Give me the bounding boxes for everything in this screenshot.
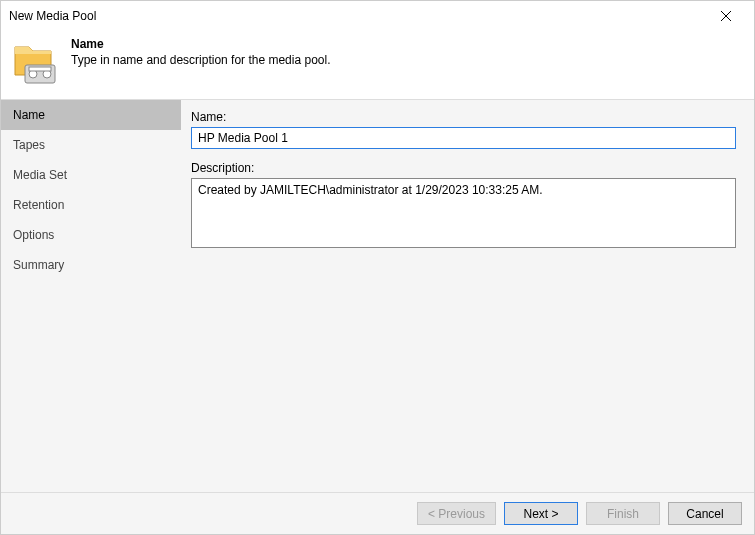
name-input[interactable] — [191, 127, 736, 149]
titlebar: New Media Pool — [1, 1, 754, 31]
close-icon — [721, 11, 731, 21]
name-label: Name: — [191, 110, 736, 124]
next-button[interactable]: Next > — [504, 502, 578, 525]
finish-button: Finish — [586, 502, 660, 525]
wizard-window: New Media Pool Name Type in name and des… — [0, 0, 755, 535]
window-title: New Media Pool — [9, 9, 706, 23]
wizard-header: Name Type in name and description for th… — [1, 31, 754, 99]
header-subtitle: Type in name and description for the med… — [71, 53, 331, 67]
sidebar-item-options[interactable]: Options — [1, 220, 181, 250]
sidebar-item-summary[interactable]: Summary — [1, 250, 181, 280]
sidebar-item-tapes[interactable]: Tapes — [1, 130, 181, 160]
sidebar-item-retention[interactable]: Retention — [1, 190, 181, 220]
sidebar-item-name[interactable]: Name — [1, 100, 181, 130]
wizard-sidebar: Name Tapes Media Set Retention Options S… — [1, 100, 181, 492]
wizard-footer: < Previous Next > Finish Cancel — [1, 492, 754, 534]
svg-rect-5 — [29, 67, 51, 71]
header-text: Name Type in name and description for th… — [71, 37, 331, 67]
description-textarea[interactable] — [191, 178, 736, 248]
close-button[interactable] — [706, 1, 746, 31]
header-title: Name — [71, 37, 331, 51]
description-label: Description: — [191, 161, 736, 175]
media-pool-icon — [11, 37, 59, 85]
wizard-body: Name Tapes Media Set Retention Options S… — [1, 99, 754, 492]
wizard-main: Name: Description: — [181, 100, 754, 492]
previous-button: < Previous — [417, 502, 496, 525]
sidebar-item-media-set[interactable]: Media Set — [1, 160, 181, 190]
cancel-button[interactable]: Cancel — [668, 502, 742, 525]
